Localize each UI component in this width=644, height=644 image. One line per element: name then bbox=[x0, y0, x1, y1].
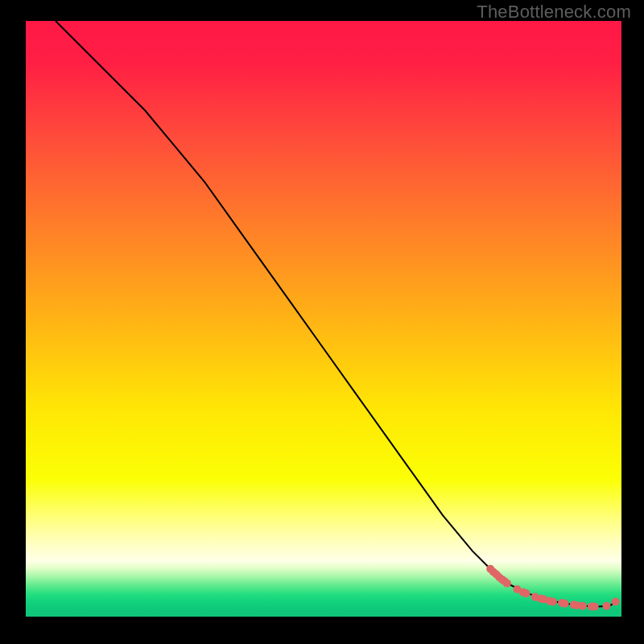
data-point bbox=[579, 602, 587, 610]
data-point bbox=[603, 602, 611, 610]
chart-frame: TheBottleneck.com bbox=[0, 0, 644, 644]
watermark-text: TheBottleneck.com bbox=[477, 2, 631, 23]
gradient-rect bbox=[26, 21, 621, 617]
data-point bbox=[503, 580, 511, 588]
plot-area bbox=[26, 21, 621, 617]
data-point bbox=[522, 589, 530, 597]
chart-svg bbox=[26, 21, 621, 617]
data-point bbox=[549, 598, 557, 606]
data-point bbox=[561, 600, 569, 608]
data-point bbox=[612, 598, 620, 606]
data-point bbox=[591, 602, 599, 610]
